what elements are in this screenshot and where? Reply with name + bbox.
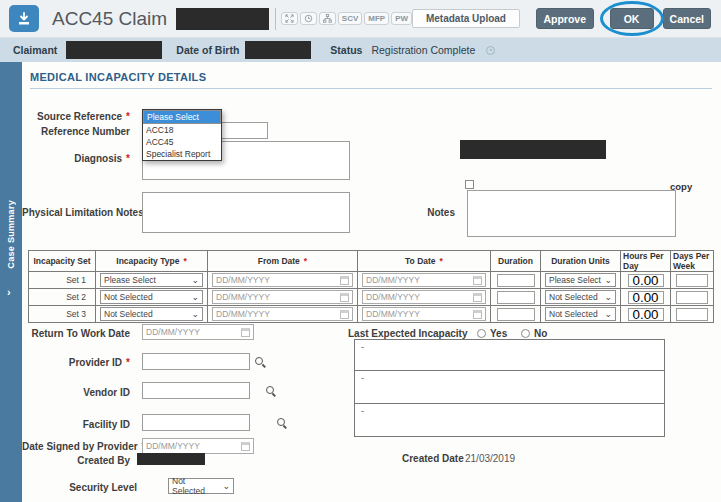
hours-per-day-input[interactable] — [628, 274, 664, 287]
source-reference-dropdown-list[interactable]: Please Select ACC18 ACC45 Specialist Rep… — [142, 109, 222, 161]
clock-icon[interactable] — [300, 12, 317, 25]
case-summary-sidebar[interactable]: Case Summary › — [0, 62, 22, 502]
vendor-id-label: Vendor ID — [22, 387, 130, 398]
hours-per-day-input[interactable] — [628, 291, 664, 304]
calendar-icon[interactable] — [340, 276, 349, 285]
duration-input[interactable] — [497, 308, 535, 321]
redacted-diagnosis-value — [460, 140, 606, 159]
days-per-week-input[interactable] — [676, 274, 708, 287]
calendar-icon[interactable] — [473, 276, 482, 285]
calendar-icon[interactable] — [473, 293, 482, 302]
incapacity-table-header: Incapacity Set Incapacity Type* From Dat… — [29, 251, 713, 272]
search-icon[interactable] — [255, 357, 263, 365]
facility-id-label: Facility ID — [22, 419, 130, 430]
notes-copy-checkbox[interactable] — [465, 180, 474, 189]
chevron-down-icon: ⌄ — [604, 293, 612, 301]
metadata-upload-button[interactable]: Metadata Upload — [412, 9, 520, 28]
duration-input[interactable] — [497, 274, 535, 287]
calendar-icon[interactable] — [340, 293, 349, 302]
incapacity-note-box-1[interactable]: - — [354, 339, 665, 371]
return-to-work-label: Return To Work Date — [22, 328, 130, 339]
claimant-info-bar: Claimant Date of Birth Status Registrati… — [0, 38, 721, 62]
required-asterisk: * — [126, 357, 130, 368]
redacted-claimant-name — [66, 41, 162, 59]
created-date-label: Created Date — [402, 453, 464, 464]
ok-button[interactable]: OK — [610, 8, 654, 29]
duration-units-select[interactable]: Not Selected⌄ — [545, 290, 616, 304]
hours-per-day-input[interactable] — [628, 308, 664, 321]
date-signed-input[interactable] — [142, 438, 254, 454]
incapacity-table: Incapacity Set Incapacity Type* From Dat… — [28, 250, 714, 323]
redacted-claim-number — [176, 8, 269, 30]
created-by-label: Created By — [22, 455, 130, 466]
col-incapacity-type: Incapacity Type* — [96, 251, 208, 272]
last-expected-yes-radio[interactable] — [477, 329, 486, 338]
to-date-input[interactable] — [362, 290, 486, 304]
status-label: Status — [330, 44, 362, 56]
required-asterisk: * — [304, 256, 307, 266]
dropdown-option[interactable]: ACC45 — [143, 136, 221, 148]
incapacity-note-box-3[interactable]: - — [354, 403, 665, 437]
table-row-set1: Set 1 Please Select⌄ Please Select⌄ — [29, 272, 713, 289]
set-label: Set 2 — [29, 289, 96, 306]
sitemap-icon[interactable] — [319, 12, 336, 25]
diagnosis-label-wrap: Diagnosis* — [22, 153, 130, 164]
from-date-input[interactable] — [212, 307, 353, 321]
return-to-work-date-input[interactable] — [142, 324, 254, 340]
col-duration-units: Duration Units — [541, 251, 621, 272]
notes-label: Notes — [395, 207, 455, 218]
expand-icon[interactable] — [281, 12, 298, 25]
approve-button[interactable]: Approve — [536, 8, 594, 29]
duration-units-select[interactable]: Please Select⌄ — [545, 273, 616, 287]
last-expected-incapacity-label: Last Expected Incapacity — [348, 328, 468, 339]
table-row-set2: Set 2 Not Selected⌄ Not Selected⌄ — [29, 289, 713, 306]
facility-id-input[interactable] — [142, 414, 250, 431]
incapacity-type-select[interactable]: Please Select⌄ — [100, 273, 203, 287]
search-icon[interactable] — [266, 386, 274, 394]
mfp-button[interactable]: MFP — [364, 12, 389, 25]
radio-yes-label: Yes — [490, 328, 507, 339]
from-date-input[interactable] — [212, 290, 353, 304]
cancel-button[interactable]: Cancel — [663, 8, 711, 29]
vendor-id-input[interactable] — [142, 382, 250, 399]
calendar-icon[interactable] — [340, 310, 349, 319]
status-indicator-icon[interactable] — [486, 46, 495, 55]
required-asterisk: * — [440, 256, 443, 266]
dropdown-option[interactable]: ACC18 — [143, 124, 221, 136]
incapacity-note-box-2[interactable]: - — [354, 370, 665, 404]
physical-limitation-notes-textarea[interactable] — [142, 192, 350, 233]
incapacity-type-select[interactable]: Not Selected⌄ — [100, 290, 203, 304]
physical-limitation-notes-label: Physical Limitation Notes — [22, 207, 130, 218]
chevron-expand-icon[interactable]: › — [7, 286, 11, 298]
security-level-label: Security Level — [29, 482, 137, 493]
dropdown-option[interactable]: Specialist Report — [143, 148, 221, 160]
scv-button[interactable]: SCV — [338, 12, 362, 25]
to-date-input[interactable] — [362, 273, 486, 287]
calendar-icon[interactable] — [473, 310, 482, 319]
days-per-week-input[interactable] — [676, 291, 708, 304]
days-per-week-input[interactable] — [676, 308, 708, 321]
radio-no-label: No — [534, 328, 547, 339]
acc45-claim-window: ACC45 Claim SCV MFP PW Metadata Upload A… — [0, 0, 721, 502]
calendar-icon[interactable] — [241, 442, 250, 451]
notes-textarea[interactable] — [467, 190, 676, 237]
last-expected-no-radio[interactable] — [521, 329, 530, 338]
dropdown-option-selected[interactable]: Please Select — [143, 110, 221, 124]
col-days-per-week: Days Per Week — [671, 251, 713, 272]
date-signed-label-wrap: Date Signed by Provider* — [22, 441, 130, 452]
to-date-input[interactable] — [362, 307, 486, 321]
pw-button[interactable]: PW — [391, 12, 412, 25]
provider-id-input[interactable] — [142, 353, 250, 370]
from-date-input[interactable] — [212, 273, 353, 287]
page-title: ACC45 Claim — [52, 8, 167, 30]
duration-units-select[interactable]: Not Selected⌄ — [545, 307, 616, 321]
calendar-icon[interactable] — [241, 328, 250, 337]
incapacity-type-select[interactable]: Not Selected⌄ — [100, 307, 203, 321]
col-incapacity-set: Incapacity Set — [29, 251, 96, 272]
chevron-down-icon: ⌄ — [222, 482, 230, 490]
chevron-down-icon: ⌄ — [191, 293, 199, 301]
chevron-down-icon: ⌄ — [604, 276, 612, 284]
security-level-select[interactable]: Not Selected⌄ — [168, 478, 234, 494]
duration-input[interactable] — [497, 291, 535, 304]
search-icon[interactable] — [277, 418, 285, 426]
